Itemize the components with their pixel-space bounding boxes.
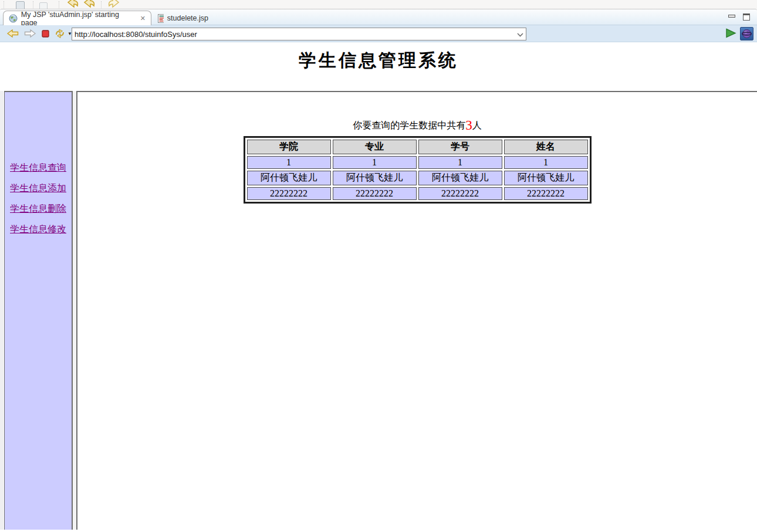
tab-label: My JSP 'stuAdmin.jsp' starting page (21, 11, 136, 27)
student-count: 3 (465, 118, 472, 133)
refresh-button[interactable] (55, 26, 65, 40)
editor-tab-bar: My JSP 'stuAdmin.jsp' starting page ✕ st… (0, 9, 757, 25)
tab-stuadmin[interactable]: My JSP 'stuAdmin.jsp' starting page ✕ (3, 11, 151, 26)
main-frame: 你要查询的学生数据中共有3人 学院 专业 学号 姓名 1 1 1 1 阿什顿飞娃… (76, 91, 757, 530)
table-cell: 22222222 (333, 187, 417, 200)
cropped-gold-arrow-icon (107, 0, 121, 8)
browser-toolbar: ▼ (0, 25, 757, 42)
table-header-row: 学院 专业 学号 姓名 (247, 140, 588, 154)
toolbar-separator (101, 1, 102, 8)
table-cell: 22222222 (247, 187, 331, 200)
nav-frame: 学生信息查询 学生信息添加 学生信息删除 学生信息修改 (4, 91, 73, 530)
sidebar-item-add[interactable]: 学生信息添加 (10, 182, 66, 195)
table-cell: 阿什顿飞娃儿 (418, 171, 502, 185)
cropped-gold-arrow-icon (66, 0, 80, 8)
toolbar-separator (4, 1, 4, 8)
table-cell: 1 (504, 156, 588, 169)
table-cell: 1 (418, 156, 502, 169)
refresh-icon (55, 29, 65, 38)
toolbar-separator (33, 1, 33, 8)
view-window-controls (728, 13, 750, 21)
table-row: 阿什顿飞娃儿 阿什顿飞娃儿 阿什顿飞娃儿 阿什顿飞娃儿 (247, 171, 588, 185)
tab-studelete[interactable]: studelete.jsp (153, 11, 214, 26)
table-cell: 阿什顿飞娃儿 (333, 171, 417, 185)
minimize-icon[interactable] (728, 13, 735, 20)
message-suffix: 人 (472, 120, 482, 130)
maximize-icon[interactable] (743, 13, 750, 21)
eclipse-internal-browser-window: My JSP 'stuAdmin.jsp' starting page ✕ st… (0, 0, 757, 532)
cropped-icon (39, 2, 48, 9)
go-button[interactable] (725, 28, 736, 40)
table-cell: 1 (247, 156, 331, 169)
cropped-icon (16, 1, 25, 9)
url-bar (72, 28, 526, 40)
table-cell: 阿什顿飞娃儿 (504, 171, 588, 185)
back-arrow-icon (7, 29, 19, 38)
frame-left-gutter (0, 91, 4, 530)
column-header-major: 专业 (333, 140, 417, 154)
result-count-message: 你要查询的学生数据中共有3人 (77, 120, 757, 132)
chevron-down-icon (517, 33, 523, 37)
go-play-icon (725, 28, 736, 38)
jsp-file-icon (158, 14, 164, 23)
forward-button[interactable] (24, 26, 36, 40)
globe-icon (9, 14, 18, 23)
table-cell: 22222222 (504, 187, 588, 200)
sidebar-item-delete[interactable]: 学生信息删除 (10, 203, 66, 215)
table-row: 1 1 1 1 (247, 156, 588, 169)
close-icon[interactable]: ✕ (140, 15, 146, 22)
cropped-gold-arrow-icon (82, 0, 96, 8)
message-prefix: 你要查询的学生数据中共有 (353, 120, 465, 130)
purple-globe-icon (742, 29, 752, 39)
toolbar-separator (59, 1, 59, 8)
stop-icon (42, 30, 49, 38)
url-history-chevron-icon[interactable] (514, 29, 526, 39)
column-header-id: 学号 (418, 140, 502, 154)
frameset: 学生信息查询 学生信息添加 学生信息删除 学生信息修改 你要查询的学生数据中共有… (0, 91, 757, 530)
tab-label: studelete.jsp (167, 14, 208, 22)
page-header-frame: 学生信息管理系统 (0, 42, 757, 91)
table-cell: 22222222 (418, 187, 502, 200)
back-button[interactable] (7, 26, 19, 40)
student-table: 学院 专业 学号 姓名 1 1 1 1 阿什顿飞娃儿 阿什顿飞娃儿 阿什顿飞娃儿… (244, 136, 592, 204)
column-header-college: 学院 (247, 140, 331, 154)
table-cell: 1 (333, 156, 417, 169)
eclipse-toolbar-fragment (0, 0, 757, 9)
sidebar-item-query[interactable]: 学生信息查询 (10, 162, 66, 174)
sidebar-item-modify[interactable]: 学生信息修改 (10, 223, 66, 236)
page-title: 学生信息管理系统 (0, 49, 757, 73)
table-cell: 阿什顿飞娃儿 (247, 171, 331, 185)
table-row: 22222222 22222222 22222222 22222222 (247, 187, 588, 200)
forward-arrow-icon (24, 29, 36, 38)
stop-button[interactable] (42, 26, 49, 40)
open-external-browser-button[interactable] (740, 27, 753, 40)
column-header-name: 姓名 (504, 140, 588, 154)
url-input[interactable] (72, 29, 514, 39)
